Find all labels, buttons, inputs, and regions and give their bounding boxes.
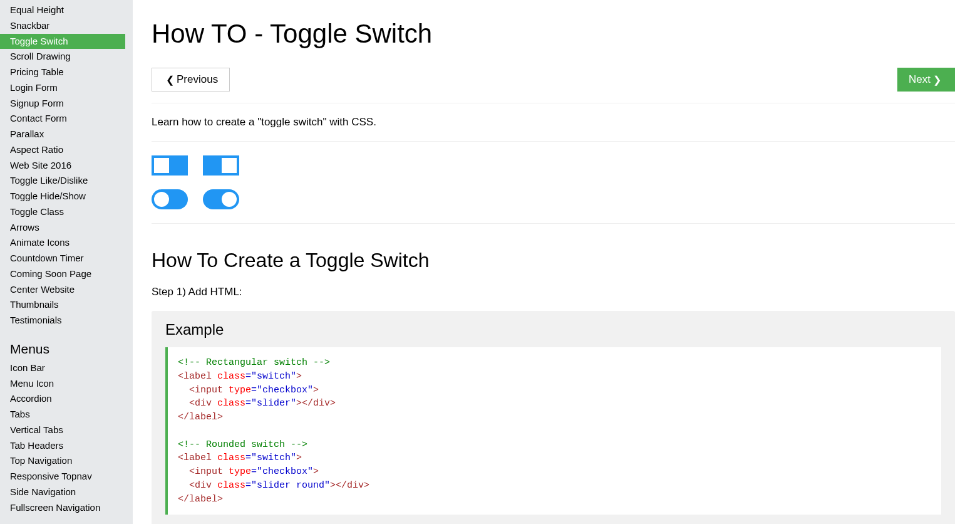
sidebar-item[interactable]: Menu Icon xyxy=(0,376,133,392)
page-title: How TO - Toggle Switch xyxy=(152,19,955,49)
sidebar-item[interactable]: Signup Form xyxy=(0,96,133,112)
toggle-switch-square-off[interactable] xyxy=(152,155,188,176)
sidebar-item[interactable]: Side Navigation xyxy=(0,485,133,500)
main-content: How TO - Toggle Switch ❮ Previous Next ❯… xyxy=(133,0,980,524)
chevron-right-icon: ❯ xyxy=(931,74,944,86)
code-block: <!-- Rectangular switch --> <label class… xyxy=(165,347,941,515)
step-label: Step 1) Add HTML: xyxy=(152,286,955,298)
sidebar-item[interactable]: Coming Soon Page xyxy=(0,266,133,282)
sidebar-item[interactable]: Tabs xyxy=(0,407,133,422)
sidebar-item[interactable]: Top Navigation xyxy=(0,453,133,469)
code-comment: <!-- Rectangular switch --> xyxy=(178,357,330,368)
sidebar-item[interactable]: Accordion xyxy=(0,391,133,407)
sidebar-item[interactable]: Snackbar xyxy=(0,18,133,34)
square-switch-row xyxy=(152,155,955,176)
nav-buttons: ❮ Previous Next ❯ xyxy=(152,68,955,92)
sidebar-item[interactable]: Center Website xyxy=(0,282,133,298)
sidebar-item[interactable]: Countdown Timer xyxy=(0,251,133,266)
previous-label: Previous xyxy=(177,73,218,86)
sidebar-item[interactable]: Contact Form xyxy=(0,111,133,127)
round-switch-row xyxy=(152,189,955,209)
sidebar-item[interactable]: Parallax xyxy=(0,127,133,142)
previous-button[interactable]: ❮ Previous xyxy=(152,68,230,92)
sidebar[interactable]: Equal Height Snackbar Toggle Switch Scro… xyxy=(0,0,133,524)
next-button[interactable]: Next ❯ xyxy=(897,68,955,92)
sidebar-item-toggle-switch[interactable]: Toggle Switch xyxy=(0,34,125,50)
sidebar-item[interactable]: Toggle Like/Dislike xyxy=(0,173,133,189)
sidebar-item[interactable]: Toggle Class xyxy=(0,204,133,220)
sidebar-item[interactable]: Pricing Table xyxy=(0,65,133,80)
slider xyxy=(203,155,239,176)
next-label: Next xyxy=(909,73,931,86)
sidebar-item[interactable]: Thumbnails xyxy=(0,297,133,313)
intro-text: Learn how to create a "toggle switch" wi… xyxy=(152,116,955,128)
sidebar-item[interactable]: Web Site 2016 xyxy=(0,158,133,174)
sidebar-item[interactable]: Toggle Hide/Show xyxy=(0,189,133,204)
sidebar-item[interactable]: Fullscreen Navigation xyxy=(0,500,133,516)
sidebar-item[interactable]: Tab Headers xyxy=(0,438,133,454)
sidebar-item[interactable]: Vertical Tabs xyxy=(0,422,133,438)
section-title: How To Create a Toggle Switch xyxy=(152,249,955,272)
sidebar-heading-menus: Menus xyxy=(0,328,133,360)
separator xyxy=(152,141,955,142)
sidebar-item[interactable]: Scroll Drawing xyxy=(0,49,133,65)
sidebar-item[interactable]: Icon Bar xyxy=(0,360,133,376)
sidebar-item[interactable]: Testimonials xyxy=(0,313,133,328)
toggle-switch-round-on[interactable] xyxy=(203,189,239,209)
sidebar-item[interactable]: Aspect Ratio xyxy=(0,142,133,158)
sidebar-item[interactable]: Animate Icons xyxy=(0,235,133,251)
slider xyxy=(152,189,188,209)
code-comment: <!-- Rounded switch --> xyxy=(178,439,307,450)
example-box: Example <!-- Rectangular switch --> <lab… xyxy=(152,311,955,524)
sidebar-item[interactable]: Responsive Topnav xyxy=(0,469,133,485)
sidebar-item[interactable]: Arrows xyxy=(0,220,133,236)
slider xyxy=(152,155,188,176)
separator xyxy=(152,223,955,224)
chevron-left-icon: ❮ xyxy=(163,74,177,86)
sidebar-item[interactable]: Login Form xyxy=(0,80,133,96)
separator xyxy=(152,103,955,103)
example-title: Example xyxy=(165,321,941,338)
toggle-switch-square-on[interactable] xyxy=(203,155,239,176)
slider xyxy=(203,189,239,209)
toggle-switch-round-off[interactable] xyxy=(152,189,188,209)
sidebar-item[interactable]: Equal Height xyxy=(0,3,133,18)
